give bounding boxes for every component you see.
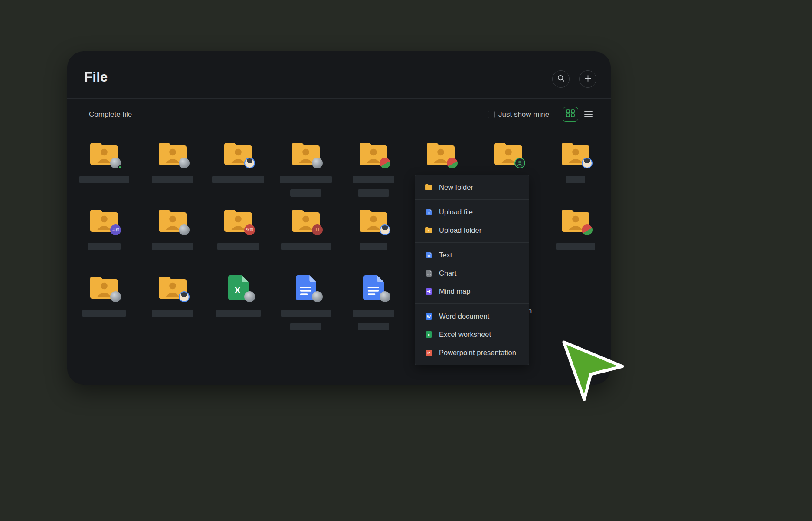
menu-item-label: Excel worksheet <box>439 330 491 339</box>
new-folder-icon <box>425 183 433 191</box>
menu-section: TextChartMind map <box>415 242 529 303</box>
menu-item-text[interactable]: Text <box>415 246 529 264</box>
text-icon <box>425 251 433 259</box>
file-item[interactable] <box>545 208 606 273</box>
menu-section: Upload fileUpload folder <box>415 199 529 242</box>
avatar-badge <box>312 291 323 302</box>
upload-folder-icon <box>425 226 433 234</box>
avatar-badge <box>312 158 323 168</box>
avatar-badge <box>244 291 255 302</box>
avatar-badge <box>179 158 190 168</box>
menu-item-label: New folder <box>439 183 473 191</box>
avatar-badge <box>380 158 390 168</box>
excel-icon: X <box>208 275 268 300</box>
filename-placeholder <box>152 176 193 183</box>
filename-placeholder <box>88 243 121 250</box>
svg-text:P: P <box>427 350 430 355</box>
menu-item-label: Mind map <box>439 287 470 296</box>
avatar-badge <box>582 158 593 168</box>
file-item[interactable]: X <box>208 275 268 340</box>
folder-icon <box>208 208 268 234</box>
file-item[interactable] <box>142 275 203 340</box>
avatar-badge <box>110 158 121 168</box>
file-item[interactable] <box>142 142 203 206</box>
menu-item-mindmap[interactable]: Mind map <box>415 282 529 300</box>
folder-icon <box>208 142 268 167</box>
file-item[interactable] <box>343 142 404 206</box>
filename-placeholder <box>281 243 331 250</box>
svg-text:W: W <box>427 314 431 319</box>
folder-icon <box>545 142 606 167</box>
menu-item-label: Word document <box>439 312 489 320</box>
filename-placeholder <box>280 176 332 183</box>
menu-item-label: Chart <box>439 269 456 277</box>
menu-section: New folder <box>415 175 529 199</box>
folder-icon <box>275 142 336 167</box>
filename-placeholder <box>79 176 129 183</box>
new-item-context-menu: New folderUpload fileUpload folderTextCh… <box>415 175 529 365</box>
file-item[interactable] <box>275 275 336 340</box>
chart-icon <box>425 269 433 277</box>
menu-item-word[interactable]: WWord document <box>415 307 529 325</box>
menu-section: WWord documentxExcel worksheetPPowerpoin… <box>415 303 529 365</box>
menu-item-label: Powerpoint presentation <box>439 349 516 357</box>
folder-icon <box>545 208 606 234</box>
avatar-badge <box>179 291 190 302</box>
filename-placeholder <box>566 176 585 183</box>
excel-icon: x <box>425 330 433 338</box>
word-icon: W <box>425 312 433 320</box>
file-item[interactable] <box>74 142 134 206</box>
file-item[interactable] <box>343 275 404 340</box>
folder-icon <box>142 142 203 167</box>
avatar-badge: 张丽 <box>244 224 255 235</box>
menu-item-new-folder[interactable]: New folder <box>415 178 529 196</box>
menu-item-ppt[interactable]: PPowerpoint presentation <box>415 343 529 362</box>
filename-placeholder <box>358 189 389 197</box>
filename-placeholder <box>217 243 259 250</box>
filename-placeholder <box>152 243 193 250</box>
folder-icon <box>142 275 203 300</box>
menu-item-label: Text <box>439 251 452 259</box>
file-item[interactable]: LI <box>275 208 336 273</box>
filename-placeholder <box>360 243 387 250</box>
menu-item-chart[interactable]: Chart <box>415 264 529 282</box>
menu-item-upload-folder[interactable]: Upload folder <box>415 221 529 239</box>
file-item[interactable] <box>275 142 336 206</box>
filename-placeholder <box>290 323 321 330</box>
folder-icon <box>74 208 134 234</box>
filename-placeholder <box>290 189 321 197</box>
file-item[interactable] <box>142 208 203 273</box>
file-item[interactable] <box>208 142 268 206</box>
file-item[interactable] <box>343 208 404 273</box>
filename-placeholder <box>353 310 394 317</box>
folder-icon <box>74 142 134 167</box>
avatar-badge <box>244 158 255 168</box>
folder-icon <box>142 208 203 234</box>
folder-icon <box>275 208 336 234</box>
avatar-badge <box>582 224 593 235</box>
ppt-icon: P <box>425 349 433 356</box>
file-item[interactable]: 张丽 <box>208 208 268 273</box>
file-grid: 志程张丽LIX <box>67 51 611 385</box>
menu-item-label: Upload file <box>439 208 473 216</box>
folder-icon <box>343 142 404 167</box>
filename-placeholder <box>281 310 331 317</box>
svg-text:X: X <box>234 285 241 296</box>
avatar-badge <box>514 158 525 168</box>
menu-item-upload-file[interactable]: Upload file <box>415 203 529 221</box>
folder-icon <box>343 208 404 234</box>
filename-placeholder <box>353 176 394 183</box>
svg-text:x: x <box>428 332 430 337</box>
menu-item-excel[interactable]: xExcel worksheet <box>415 325 529 343</box>
file-item[interactable]: 志程 <box>74 208 134 273</box>
filename-placeholder <box>216 310 261 317</box>
upload-file-icon <box>425 208 433 216</box>
filename-placeholder <box>82 310 126 317</box>
file-item[interactable] <box>74 275 134 340</box>
file-item[interactable] <box>545 142 606 206</box>
filename-placeholder <box>212 176 264 183</box>
folder-icon <box>410 142 471 167</box>
avatar-badge <box>380 291 390 302</box>
mindmap-icon <box>425 287 433 295</box>
avatar-badge: LI <box>312 224 323 235</box>
